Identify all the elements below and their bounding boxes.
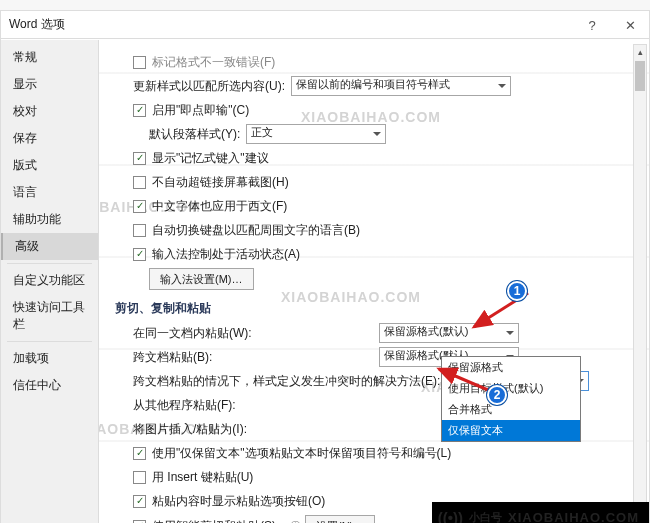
brand-url: XIAOBAIHAO.COM	[508, 510, 639, 524]
scroll-thumb[interactable]	[635, 61, 645, 91]
label-cross-doc: 跨文档粘贴(B):	[133, 349, 373, 366]
checkbox-show-memory[interactable]	[133, 152, 146, 165]
close-icon[interactable]: ✕	[611, 11, 649, 39]
label-update-style: 更新样式以匹配所选内容(U):	[133, 78, 285, 95]
brand-logo-icon: ((•))	[438, 509, 463, 524]
dialog-title: Word 选项	[9, 16, 65, 33]
label-use-insert: 用 Insert 键粘贴(U)	[152, 469, 253, 486]
sidebar-item-9[interactable]: 快速访问工具栏	[1, 294, 98, 338]
sidebar-item-11[interactable]: 信任中心	[1, 372, 98, 399]
brand-name: 小白号	[469, 510, 502, 524]
smart-cut-settings-button[interactable]: 设置(N)…	[305, 515, 375, 523]
sidebar-item-1[interactable]: 显示	[1, 71, 98, 98]
label-default-para: 默认段落样式(Y):	[149, 126, 240, 143]
label-cn-font: 中文字体也应用于西文(F)	[152, 198, 287, 215]
label-conflict: 跨文档粘贴的情况下，样式定义发生冲突时的解决方法(E):	[133, 373, 443, 390]
scrollbar[interactable]: ▴ ▾	[633, 44, 647, 523]
combo-default-para[interactable]: 正文	[246, 124, 386, 144]
checkbox-show-paste-btn[interactable]	[133, 495, 146, 508]
sidebar-item-5[interactable]: 语言	[1, 179, 98, 206]
word-options-dialog: Word 选项 ? ✕ 常规显示校对保存版式语言辅助功能高级自定义功能区快速访问…	[1, 11, 649, 523]
sidebar: 常规显示校对保存版式语言辅助功能高级自定义功能区快速访问工具栏加载项信任中心	[1, 40, 99, 523]
sidebar-item-10[interactable]: 加载项	[1, 345, 98, 372]
svg-line-1	[439, 369, 495, 393]
checkbox-click-type[interactable]	[133, 104, 146, 117]
label-smart-cut: 使用智能剪切和粘贴(S)	[152, 518, 276, 524]
dropdown-option-3[interactable]: 仅保留文本	[442, 420, 580, 441]
checkbox-smart-cut[interactable]	[133, 520, 146, 524]
label-show-paste-btn: 粘贴内容时显示粘贴选项按钮(O)	[152, 493, 325, 510]
dropdown-option-2[interactable]: 合并格式	[442, 399, 580, 420]
checkbox-auto-kb[interactable]	[133, 224, 146, 237]
scroll-up-icon[interactable]: ▴	[634, 45, 646, 59]
help-icon[interactable]: ?	[573, 11, 611, 39]
ime-settings-button[interactable]: 输入法设置(M)…	[149, 268, 254, 290]
info-icon: ⓘ	[290, 519, 301, 524]
brand-banner: ((•)) 小白号 XIAOBAIHAO.COM	[432, 502, 649, 523]
sidebar-item-4[interactable]: 版式	[1, 152, 98, 179]
label-other-prog: 从其他程序粘贴(F):	[133, 397, 373, 414]
checkbox-keep-bullets[interactable]	[133, 447, 146, 460]
badge-1: 1	[507, 281, 527, 301]
label-mark-format: 标记格式不一致错误(F)	[152, 54, 275, 71]
checkbox-ime[interactable]	[133, 248, 146, 261]
sidebar-item-8[interactable]: 自定义功能区	[1, 267, 98, 294]
label-keep-bullets: 使用"仅保留文本"选项粘贴文本时保留项目符号和编号(L)	[152, 445, 451, 462]
label-click-type: 启用"即点即输"(C)	[152, 102, 249, 119]
checkbox-mark-format[interactable]	[133, 56, 146, 69]
content-pane: ▴ ▾ 标记格式不一致错误(F) 更新样式以匹配所选内容(U): 保留以前的编号…	[99, 40, 649, 523]
sidebar-item-7[interactable]: 高级	[1, 233, 98, 260]
label-show-memory: 显示"记忆式键入"建议	[152, 150, 269, 167]
checkbox-use-insert[interactable]	[133, 471, 146, 484]
sidebar-item-6[interactable]: 辅助功能	[1, 206, 98, 233]
label-ime: 输入法控制处于活动状态(A)	[152, 246, 300, 263]
title-bar: Word 选项 ? ✕	[1, 11, 649, 39]
sidebar-item-3[interactable]: 保存	[1, 125, 98, 152]
sidebar-item-2[interactable]: 校对	[1, 98, 98, 125]
label-auto-kb: 自动切换键盘以匹配周围文字的语言(B)	[152, 222, 360, 239]
label-same-doc: 在同一文档内粘贴(W):	[133, 325, 373, 342]
checkbox-no-hyperlink[interactable]	[133, 176, 146, 189]
section-cut-copy-paste: 剪切、复制和粘贴	[115, 300, 631, 317]
label-no-hyperlink: 不自动超链接屏幕截图(H)	[152, 174, 289, 191]
sidebar-item-0[interactable]: 常规	[1, 44, 98, 71]
label-insert-pic: 将图片插入/粘贴为(I):	[133, 421, 373, 438]
combo-update-style[interactable]: 保留以前的编号和项目符号样式	[291, 76, 511, 96]
badge-2: 2	[487, 385, 507, 405]
checkbox-cn-font[interactable]	[133, 200, 146, 213]
